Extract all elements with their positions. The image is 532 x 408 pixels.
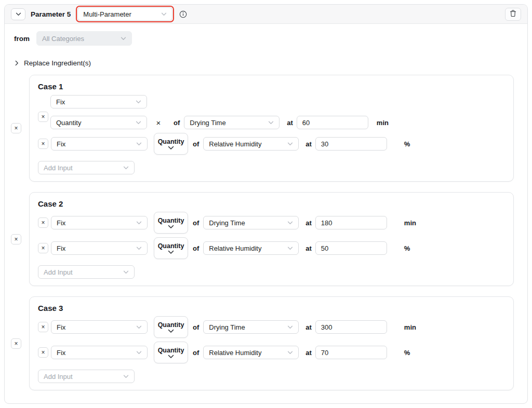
modifier-select-value: Fix	[57, 140, 65, 148]
aspect-expand-button[interactable]: Quantity	[154, 316, 188, 338]
add-input-select[interactable]: Add Input	[38, 161, 135, 174]
parameter-select-value: Relative Humidity	[209, 349, 261, 357]
value-input[interactable]	[315, 320, 387, 334]
parameter-select[interactable]: Drying Time	[203, 216, 299, 229]
input-row-expanded: × Fix Quantity × of	[38, 95, 505, 129]
modifier-select[interactable]: Fix	[51, 346, 148, 359]
input-row: × Fix Quantity of Relative Humidity at	[38, 237, 505, 259]
modifier-select[interactable]: Fix	[50, 95, 147, 108]
remove-case-button[interactable]: ×	[11, 234, 21, 244]
chevron-down-icon	[136, 247, 142, 250]
parameter-select-value: Drying Time	[209, 219, 245, 227]
chevron-down-icon	[168, 146, 174, 150]
remove-input-button[interactable]: ×	[38, 347, 48, 358]
at-label: at	[305, 140, 312, 148]
at-label: at	[305, 244, 312, 252]
value-input[interactable]	[315, 346, 387, 359]
parameter-panel: Parameter 5 Multi-Parameter from All Cat…	[4, 4, 528, 404]
remove-input-button[interactable]: ×	[38, 112, 48, 122]
value-input[interactable]	[315, 137, 387, 151]
remove-input-button[interactable]: ×	[38, 243, 48, 253]
unit-label: %	[404, 244, 410, 252]
parameter-select-value: Drying Time	[190, 119, 225, 127]
chevron-down-icon	[287, 325, 293, 329]
remove-case-button[interactable]: ×	[11, 123, 21, 133]
aspect-select[interactable]: Quantity	[50, 116, 147, 129]
remove-case-button[interactable]: ×	[11, 338, 21, 349]
case-3: × Case 3 × Fix Quantity of Drying Time	[11, 296, 514, 390]
remove-input-button[interactable]: ×	[38, 217, 48, 228]
chevron-down-icon	[136, 142, 142, 146]
panel-header: Parameter 5 Multi-Parameter	[5, 5, 527, 24]
at-label: at	[287, 119, 293, 127]
value-input[interactable]	[315, 216, 387, 229]
unit-label: min	[404, 323, 416, 331]
parameter-select[interactable]: Relative Humidity	[203, 346, 299, 359]
panel-body: from All Categories Replace Ingredient(s…	[5, 24, 527, 404]
chevron-down-icon	[123, 270, 129, 274]
parameter-type-highlight: Multi-Parameter	[76, 6, 174, 22]
unit-label: min	[377, 119, 389, 127]
modifier-select[interactable]: Fix	[51, 320, 148, 334]
collapse-aspect-button[interactable]: ×	[154, 118, 163, 127]
unit-label: %	[404, 349, 410, 357]
parameter-select-value: Relative Humidity	[209, 140, 261, 148]
chevron-down-icon	[136, 100, 141, 104]
aspect-expand-button[interactable]: Quantity	[154, 237, 188, 259]
modifier-select[interactable]: Fix	[51, 216, 148, 229]
unit-label: min	[404, 219, 416, 227]
category-select-value: All Categories	[42, 35, 84, 43]
modifier-select[interactable]: Fix	[51, 241, 148, 255]
parameter-select-value: Relative Humidity	[209, 244, 261, 252]
modifier-select-value: Fix	[57, 349, 65, 357]
modifier-select-value: Fix	[56, 98, 65, 106]
collapse-panel-button[interactable]	[11, 8, 25, 20]
parameter-select[interactable]: Relative Humidity	[203, 241, 299, 255]
modifier-select-value: Fix	[57, 323, 65, 331]
at-label: at	[305, 219, 312, 227]
parameter-select[interactable]: Relative Humidity	[203, 137, 299, 151]
aspect-button-label: Quantity	[158, 242, 184, 250]
add-input-placeholder: Add Input	[44, 373, 73, 380]
info-icon[interactable]	[179, 10, 187, 18]
chevron-down-icon	[168, 225, 174, 229]
add-input-row: Add Input	[38, 370, 505, 383]
add-input-row: Add Input	[38, 161, 505, 174]
chevron-down-icon	[168, 329, 174, 333]
aspect-expand-button[interactable]: Quantity	[154, 133, 188, 155]
value-input[interactable]	[315, 241, 387, 255]
at-label: at	[305, 323, 312, 331]
remove-input-button[interactable]: ×	[38, 139, 48, 149]
value-input[interactable]	[297, 116, 368, 129]
panel-title: Parameter 5	[31, 10, 71, 18]
parameter-select[interactable]: Drying Time	[184, 116, 280, 129]
trash-icon	[510, 10, 516, 19]
modifier-select[interactable]: Fix	[51, 137, 148, 151]
aspect-expand-button[interactable]: Quantity	[154, 342, 188, 363]
chevron-down-icon	[136, 221, 142, 225]
add-input-select[interactable]: Add Input	[38, 265, 135, 279]
chevron-down-icon	[287, 221, 293, 225]
of-label: of	[174, 119, 180, 127]
parameter-select[interactable]: Drying Time	[203, 320, 299, 334]
input-row: × Fix Quantity of Drying Time at	[38, 316, 505, 338]
parameter-type-select[interactable]: Multi-Parameter	[77, 7, 172, 21]
chevron-down-icon	[136, 325, 142, 329]
modifier-select-value: Fix	[57, 244, 65, 252]
delete-parameter-button[interactable]	[505, 8, 521, 21]
add-input-select[interactable]: Add Input	[38, 370, 135, 383]
aspect-button-label: Quantity	[158, 138, 184, 145]
chevron-down-icon	[287, 142, 293, 146]
chevron-down-icon	[287, 247, 293, 250]
aspect-select-value: Quantity	[56, 119, 81, 127]
category-select: All Categories	[36, 31, 132, 46]
input-row: × Fix Quantity of Drying Time at	[38, 212, 505, 234]
aspect-expand-button[interactable]: Quantity	[154, 212, 188, 234]
aspect-button-label: Quantity	[158, 347, 184, 354]
add-input-row: Add Input	[38, 265, 505, 279]
replace-ingredients-toggle[interactable]: Replace Ingredient(s)	[15, 59, 527, 67]
aspect-button-label: Quantity	[158, 321, 184, 329]
remove-input-button[interactable]: ×	[38, 322, 48, 332]
of-label: of	[193, 349, 199, 357]
chevron-down-icon	[287, 351, 293, 355]
